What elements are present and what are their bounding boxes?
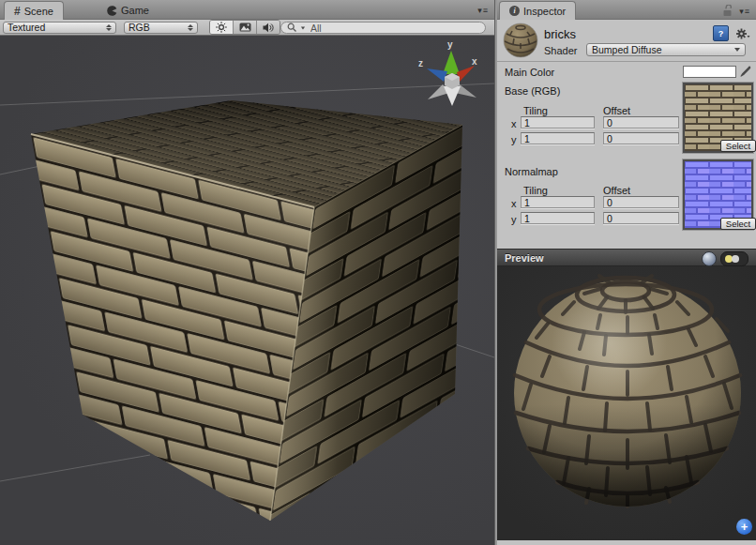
game-pacman-icon xyxy=(107,6,117,16)
base-tiling-x-field[interactable] xyxy=(521,116,595,129)
preview-sphere-button[interactable] xyxy=(702,251,717,266)
search-icon xyxy=(287,23,297,33)
light-off-icon xyxy=(732,255,739,263)
normalmap-select-button[interactable]: Select xyxy=(720,218,756,230)
tab-scene[interactable]: # Scene xyxy=(4,1,64,20)
shader-value: Bumped Diffuse xyxy=(592,44,662,55)
inspector-panel-menu-icon[interactable]: ▾≡ xyxy=(739,7,750,16)
scene-panel-menu-icon[interactable]: ▾≡ xyxy=(477,6,489,15)
open-lock-icon[interactable] xyxy=(722,5,733,17)
brick-cube xyxy=(31,100,462,521)
base-select-button[interactable]: Select xyxy=(720,140,756,152)
preview-title: Preview xyxy=(505,252,544,264)
normalmap-y-row-label: y xyxy=(511,214,517,225)
scene-viewport[interactable]: y x z xyxy=(0,36,494,545)
eyedropper-icon[interactable] xyxy=(739,65,751,79)
base-offset-y-field[interactable] xyxy=(603,132,679,144)
main-color-label: Main Color xyxy=(505,67,554,78)
updown-arrows-icon xyxy=(106,24,112,31)
normalmap-x-row-label: x xyxy=(511,198,517,209)
preview-viewport[interactable]: + xyxy=(497,266,756,540)
tab-scene-label: Scene xyxy=(24,6,53,17)
base-x-row-label: x xyxy=(511,118,517,129)
plus-icon: + xyxy=(741,520,748,534)
gizmo-z-label: z xyxy=(418,58,423,68)
base-tiling-header: Tiling xyxy=(523,105,548,116)
base-y-row-label: y xyxy=(511,134,517,145)
normalmap-select-label: Select xyxy=(726,219,750,229)
normalmap-label: Normalmap xyxy=(505,166,558,177)
inspector-tabstrip: i Inspector ▾≡ xyxy=(497,0,756,20)
preview-lighting-toggle[interactable] xyxy=(720,251,748,266)
search-filter-caret-icon xyxy=(301,26,305,29)
base-map-label: Base (RGB) xyxy=(505,85,560,97)
base-offset-x-field[interactable] xyxy=(603,116,679,129)
scene-grid-icon: # xyxy=(14,5,21,18)
search-input[interactable] xyxy=(309,22,453,35)
material-sphere-thumbnail xyxy=(503,23,538,58)
audio-toggle-button[interactable] xyxy=(257,21,280,34)
base-offset-header: Offset xyxy=(603,105,630,116)
material-name: bricks xyxy=(544,27,576,41)
shader-dropdown[interactable]: Bumped Diffuse xyxy=(586,43,746,56)
tab-game[interactable]: Game xyxy=(98,1,159,20)
base-tiling-y-field[interactable] xyxy=(521,132,595,144)
help-book-icon[interactable]: ? xyxy=(713,25,729,41)
shader-label: Shader xyxy=(544,45,577,56)
normalmap-offset-y-field[interactable] xyxy=(603,212,679,224)
scene-orientation-gizmo[interactable]: y x z xyxy=(418,39,477,106)
preview-header[interactable]: Preview xyxy=(497,249,756,266)
draw-mode-value: Textured xyxy=(8,22,45,33)
scene-3d-render: y x z xyxy=(0,36,494,545)
normalmap-tiling-x-field[interactable] xyxy=(521,196,595,208)
normalmap-offset-x-field[interactable] xyxy=(603,196,679,208)
preview-brick-sphere xyxy=(505,270,750,523)
scene-search-field[interactable] xyxy=(280,22,486,34)
skybox-toggle-button[interactable] xyxy=(234,21,257,34)
material-header: bricks ? Shader Bumped Diffuse xyxy=(497,20,756,62)
scene-toolbar: Textured RGB xyxy=(0,20,494,36)
speaker-icon xyxy=(263,23,274,33)
gizmo-x-label: x xyxy=(472,56,477,67)
scene-toggle-group xyxy=(209,20,280,35)
base-select-label: Select xyxy=(726,141,750,151)
normalmap-tiling-y-field[interactable] xyxy=(521,212,595,224)
tab-inspector[interactable]: i Inspector xyxy=(499,1,576,20)
chevron-down-icon xyxy=(734,48,740,52)
inspector-panel: i Inspector ▾≡ xyxy=(497,0,756,545)
lighting-toggle-button[interactable] xyxy=(210,21,234,34)
normalmap-offset-header: Offset xyxy=(603,185,630,196)
draw-mode-dropdown[interactable]: Textured xyxy=(3,22,116,34)
info-icon: i xyxy=(509,6,520,16)
tab-inspector-label: Inspector xyxy=(523,6,566,17)
channels-dropdown[interactable]: RGB xyxy=(124,22,198,34)
scene-panel: # Scene Game ▾≡ Textured RGB xyxy=(0,0,494,545)
gizmo-y-axis-cone[interactable] xyxy=(443,51,460,74)
tab-game-label: Game xyxy=(121,5,149,16)
sun-icon xyxy=(216,22,227,33)
image-icon xyxy=(239,23,251,32)
updown-arrows-icon xyxy=(188,24,193,31)
channels-value: RGB xyxy=(129,22,150,33)
normalmap-tiling-header: Tiling xyxy=(523,185,548,196)
scene-tabstrip: # Scene Game ▾≡ xyxy=(0,0,494,20)
gear-settings-icon[interactable] xyxy=(735,27,750,40)
main-color-swatch[interactable] xyxy=(683,66,736,78)
preview-add-button[interactable]: + xyxy=(736,519,752,535)
gizmo-neg-axis-cone[interactable] xyxy=(444,86,461,106)
gizmo-y-label: y xyxy=(447,39,453,50)
